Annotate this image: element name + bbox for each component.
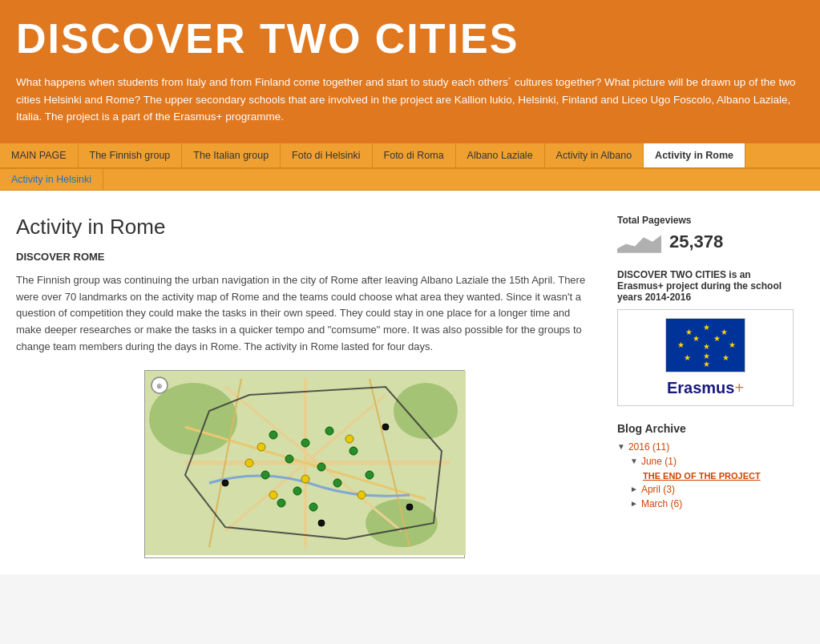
pageviews-section: Total Pageviews 25,378 bbox=[617, 215, 794, 253]
content-body: The Finnish group was continuing the urb… bbox=[16, 272, 593, 356]
svg-point-3 bbox=[366, 499, 438, 547]
erasmus-logo: Erasmus+ bbox=[626, 379, 785, 397]
svg-point-25 bbox=[345, 435, 353, 443]
nav-second-row: Activity in Helsinki bbox=[0, 169, 820, 191]
svg-text:★: ★ bbox=[703, 323, 710, 332]
svg-point-23 bbox=[366, 471, 374, 479]
archive-toggle-june: ▼ bbox=[630, 457, 638, 465]
header: DISCOVER TWO CITIES What happens when st… bbox=[0, 0, 820, 143]
svg-text:★: ★ bbox=[703, 352, 710, 360]
svg-text:★: ★ bbox=[684, 353, 691, 362]
svg-point-14 bbox=[325, 427, 333, 435]
nav-activity-helsinki[interactable]: Activity in Helsinki bbox=[0, 169, 103, 190]
nav-bar: MAIN PAGE The Finnish group The Italian … bbox=[0, 143, 820, 169]
svg-point-21 bbox=[277, 499, 285, 507]
pageviews-label: Total Pageviews bbox=[617, 215, 794, 226]
svg-point-16 bbox=[317, 463, 325, 471]
erasmus-plus: + bbox=[734, 379, 744, 396]
erasmus-description: DISCOVER TWO CITIES is an Erasmus+ proje… bbox=[617, 269, 794, 303]
pageviews-row: 25,378 bbox=[617, 231, 794, 253]
archive-june-label[interactable]: June (1) bbox=[641, 456, 677, 467]
archive-month-march: ► March (6) bbox=[630, 498, 794, 509]
svg-point-27 bbox=[357, 491, 366, 499]
page-title: Activity in Rome bbox=[16, 215, 593, 239]
svg-point-28 bbox=[269, 491, 277, 499]
svg-text:★: ★ bbox=[685, 328, 693, 336]
svg-point-22 bbox=[309, 503, 317, 511]
archive-year-label[interactable]: 2016 (11) bbox=[628, 441, 669, 453]
archive-march-label[interactable]: March (6) bbox=[641, 498, 682, 509]
svg-point-19 bbox=[333, 479, 341, 487]
erasmus-section: DISCOVER TWO CITIES is an Erasmus+ proje… bbox=[617, 269, 794, 406]
svg-text:★: ★ bbox=[722, 353, 729, 362]
nav-main-page[interactable]: MAIN PAGE bbox=[0, 143, 79, 167]
erasmus-text: Erasmus bbox=[667, 379, 735, 396]
svg-text:★: ★ bbox=[721, 328, 728, 336]
svg-point-31 bbox=[382, 424, 389, 430]
archive-april-label[interactable]: April (3) bbox=[641, 484, 675, 495]
archive-toggle-march: ► bbox=[630, 499, 638, 508]
content-area: Activity in Rome DISCOVER ROME The Finni… bbox=[16, 207, 617, 558]
svg-text:★: ★ bbox=[729, 340, 736, 349]
nav-activity-rome[interactable]: Activity in Rome bbox=[644, 143, 745, 167]
map-container: ⊕ bbox=[144, 370, 465, 558]
svg-text:⊕: ⊕ bbox=[156, 382, 163, 390]
rome-map: ⊕ bbox=[145, 371, 466, 555]
svg-text:★: ★ bbox=[693, 334, 700, 343]
svg-point-26 bbox=[301, 475, 309, 483]
site-title: DISCOVER TWO CITIES bbox=[16, 14, 804, 62]
eu-flag: ★ ★ ★ ★ ★ ★ ★ ★ ★ ★ ★ ★ bbox=[665, 318, 745, 372]
svg-point-24 bbox=[257, 443, 265, 451]
svg-text:★: ★ bbox=[703, 360, 710, 368]
archive-post-end[interactable]: THE END OF THE PROJECT bbox=[643, 471, 761, 481]
svg-point-18 bbox=[349, 447, 357, 455]
nav-finnish-group[interactable]: The Finnish group bbox=[79, 143, 183, 167]
archive-year-2016[interactable]: ▼ 2016 (11) bbox=[617, 441, 794, 453]
svg-text:★: ★ bbox=[703, 342, 710, 351]
nav-foto-roma[interactable]: Foto di Roma bbox=[373, 143, 456, 167]
blog-archive-section: Blog Archive ▼ 2016 (11) ▼ June (1) THE … bbox=[617, 422, 794, 509]
nav-activity-albano[interactable]: Activity in Albano bbox=[545, 143, 644, 167]
svg-point-2 bbox=[394, 383, 458, 439]
svg-point-17 bbox=[261, 471, 269, 479]
svg-point-15 bbox=[285, 455, 293, 463]
pageviews-count: 25,378 bbox=[669, 231, 723, 252]
svg-point-12 bbox=[269, 431, 277, 439]
archive-month-april: ► April (3) bbox=[630, 484, 794, 495]
erasmus-box: ★ ★ ★ ★ ★ ★ ★ ★ ★ ★ ★ ★ Erasm bbox=[617, 309, 794, 406]
svg-text:★: ★ bbox=[677, 340, 685, 349]
svg-point-32 bbox=[406, 504, 413, 510]
nav-albano-laziale[interactable]: Albano Laziale bbox=[456, 143, 545, 167]
archive-month-june: ▼ June (1) THE END OF THE PROJECT bbox=[630, 456, 794, 481]
svg-point-1 bbox=[149, 383, 237, 455]
header-description: What happens when students from Italy an… bbox=[16, 74, 802, 126]
archive-toggle-year: ▼ bbox=[617, 442, 625, 451]
archive-june-posts: THE END OF THE PROJECT bbox=[643, 470, 794, 481]
sidebar: Total Pageviews 25,378 DISCOVER TWO CITI… bbox=[617, 207, 794, 558]
svg-text:★: ★ bbox=[713, 334, 721, 343]
archive-toggle-april: ► bbox=[630, 485, 638, 493]
svg-point-29 bbox=[245, 459, 253, 467]
pageviews-chart bbox=[617, 231, 661, 253]
main-container: Activity in Rome DISCOVER ROME The Finni… bbox=[0, 191, 820, 574]
svg-point-33 bbox=[318, 520, 325, 526]
svg-point-30 bbox=[222, 480, 228, 486]
nav-foto-helsinki[interactable]: Foto di Helsinki bbox=[281, 143, 372, 167]
svg-point-20 bbox=[293, 487, 301, 495]
archive-heading: Blog Archive bbox=[617, 422, 794, 435]
svg-point-13 bbox=[301, 439, 309, 447]
nav-italian-group[interactable]: The Italian group bbox=[182, 143, 281, 167]
section-subtitle: DISCOVER ROME bbox=[16, 251, 593, 263]
